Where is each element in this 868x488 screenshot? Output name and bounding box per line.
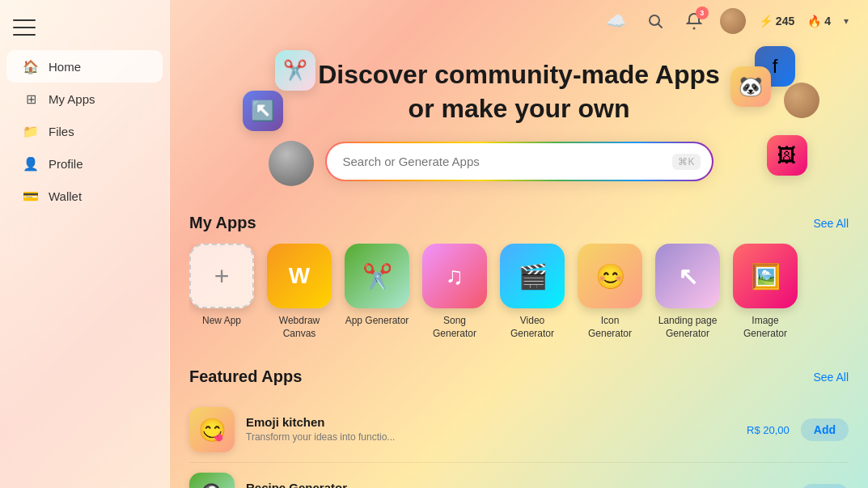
featured-info-0: Emoji kitchen Transform your ideas into … <box>246 415 735 444</box>
app-icon-6: ↖ <box>655 244 720 308</box>
app-icon-0: + <box>189 244 254 308</box>
featured-name-1: Recipe Generator <box>246 481 790 488</box>
sidebar-label-profile: Profile <box>49 157 83 171</box>
my-apps-title: My Apps <box>189 214 256 232</box>
featured-item: 🍳 Recipe Generator Turn your sketches in… <box>189 463 849 488</box>
profile-icon: 👤 <box>23 155 39 172</box>
app-item[interactable]: ✂️App Generator <box>345 244 409 340</box>
notification-icon[interactable]: 3 <box>681 8 707 34</box>
sidebar-label-wallet: Wallet <box>49 189 82 203</box>
app-name-5: Icon Generator <box>578 315 642 340</box>
hero-section: ✂️ ↖️ f 🐼 🖼 Discover community-made Apps… <box>170 42 868 206</box>
search-shortcut: ⌘K <box>672 154 700 170</box>
hamburger-menu[interactable] <box>13 19 36 36</box>
featured-icon-1: 🍳 <box>189 473 235 488</box>
featured-title: Featured Apps <box>189 367 302 386</box>
svg-line-1 <box>658 24 662 28</box>
app-item[interactable]: WWebdraw Canvas <box>267 244 332 340</box>
featured-desc-0: Transform your ideas into functio... <box>246 431 735 444</box>
topbar: ☁️ 3 ⚡ 245 🔥 4 ▾ <box>170 0 868 42</box>
search-input[interactable] <box>325 142 713 181</box>
sidebar-item-files[interactable]: 📁 Files <box>6 115 163 147</box>
featured-name-0: Emoji kitchen <box>246 415 735 429</box>
notification-badge: 3 <box>696 6 709 19</box>
featured-item: 😋 Emoji kitchen Transform your ideas int… <box>189 397 849 463</box>
search-bar: ⌘K <box>325 142 713 181</box>
app-item[interactable]: 🖼️Image Generator <box>733 244 798 340</box>
app-icon-1: W <box>267 244 332 308</box>
sidebar-item-home[interactable]: 🏠 Home <box>6 50 163 83</box>
app-item[interactable]: 😊Icon Generator <box>578 244 642 340</box>
cloud-icon[interactable]: ☁️ <box>603 8 629 34</box>
featured-apps-section: Featured Apps See All 😋 Emoji kitchen Tr… <box>170 359 868 488</box>
my-apps-section: My Apps See All +New AppWWebdraw Canvas✂… <box>170 206 868 359</box>
featured-price-0: R$ 20,00 <box>747 424 790 436</box>
app-item[interactable]: ♫Song Generator <box>422 244 487 340</box>
float-icon-4 <box>784 83 819 118</box>
app-name-1: Webdraw Canvas <box>267 315 332 340</box>
app-name-2: App Generator <box>345 315 409 328</box>
featured-list: 😋 Emoji kitchen Transform your ideas int… <box>189 397 849 488</box>
app-name-0: New App <box>202 315 241 328</box>
app-name-7: Image Generator <box>733 315 798 340</box>
sidebar-label-files: Files <box>49 125 74 138</box>
featured-info-1: Recipe Generator Turn your sketches into… <box>246 481 790 488</box>
app-name-4: Video Generator <box>500 315 565 340</box>
sidebar-item-profile[interactable]: 👤 Profile <box>6 147 163 180</box>
app-icon-7: 🖼️ <box>733 244 798 308</box>
sidebar-label-my-apps: My Apps <box>49 92 95 106</box>
search-icon[interactable] <box>642 8 668 34</box>
float-icon-2: ↖️ <box>243 91 283 131</box>
app-icon-3: ♫ <box>422 244 487 308</box>
wallet-icon: 💳 <box>23 188 39 204</box>
main-content: ☁️ 3 ⚡ 245 🔥 4 ▾ ✂️ ↖️ f <box>170 0 868 488</box>
float-icon-img: 🖼 <box>767 135 807 176</box>
app-name-3: Song Generator <box>422 315 487 340</box>
featured-add-btn-1[interactable]: Add <box>801 484 849 488</box>
app-item[interactable]: +New App <box>189 244 254 340</box>
sidebar-item-my-apps[interactable]: ⊞ My Apps <box>6 83 163 115</box>
app-item[interactable]: ↖Landing page Generator <box>655 244 720 340</box>
svg-point-2 <box>692 28 695 30</box>
app-icon-4: 🎬 <box>500 244 565 308</box>
featured-icon-0: 😋 <box>189 407 235 452</box>
app-icon-5: 😊 <box>578 244 642 308</box>
user-dropdown-arrow[interactable]: ▾ <box>844 15 849 27</box>
float-icon-3 <box>267 139 315 188</box>
files-icon: 📁 <box>23 123 39 139</box>
sidebar-label-home: Home <box>49 60 81 74</box>
my-apps-see-all[interactable]: See All <box>813 217 849 230</box>
float-icon-1: ✂️ <box>275 50 315 91</box>
float-icon-panda: 🐼 <box>730 66 771 107</box>
stat-lightning: ⚡ 245 <box>759 15 794 28</box>
sidebar: 🏠 Home ⊞ My Apps 📁 Files 👤 Profile 💳 Wal… <box>0 0 170 488</box>
home-icon: 🏠 <box>23 58 39 74</box>
sidebar-item-wallet[interactable]: 💳 Wallet <box>6 180 163 212</box>
app-name-6: Landing page Generator <box>655 315 720 340</box>
featured-add-btn-0[interactable]: Add <box>801 418 849 441</box>
avatar[interactable] <box>720 8 746 34</box>
app-item[interactable]: 🎬Video Generator <box>500 244 565 340</box>
my-apps-icon: ⊞ <box>23 91 39 107</box>
app-icon-2: ✂️ <box>345 244 409 308</box>
featured-see-all[interactable]: See All <box>813 371 849 384</box>
stat-fire: 🔥 4 <box>807 15 831 28</box>
app-grid: +New AppWWebdraw Canvas✂️App Generator♫S… <box>189 244 849 346</box>
